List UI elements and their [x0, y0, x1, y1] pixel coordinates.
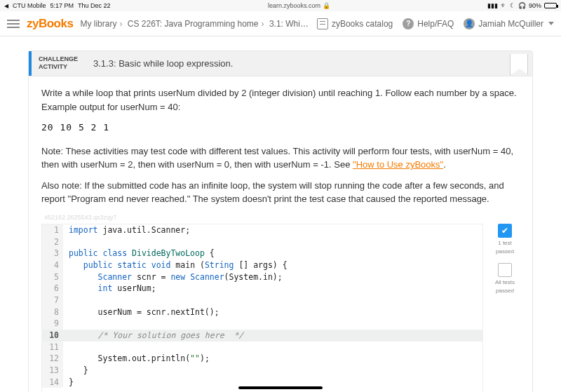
headphones-icon: 🎧 — [518, 2, 526, 9]
battery-icon — [544, 3, 557, 8]
lock-icon: 🔒 — [323, 2, 330, 9]
code-line[interactable]: 9 — [42, 318, 482, 330]
watermark: 452162.2625543.qx3zqy7 — [44, 213, 520, 223]
back-app-label[interactable]: CTU Mobile — [13, 2, 46, 9]
crumb-1[interactable]: CS 226T: Java Programming home — [128, 19, 259, 29]
code-content[interactable] — [63, 318, 482, 330]
test-status-sidebar: ✔ 1 test passed All tests passed — [490, 224, 520, 392]
catalog-icon — [317, 18, 328, 29]
code-line[interactable]: 2 — [42, 236, 482, 248]
code-content[interactable] — [63, 342, 482, 353]
code-line[interactable]: 4 public static void main (String [] arg… — [42, 259, 482, 271]
code-content[interactable]: Scanner scnr = new Scanner(System.in); — [63, 271, 482, 283]
line-number: 14 — [42, 377, 63, 388]
line-number: 5 — [42, 271, 63, 283]
code-line[interactable]: 5 Scanner scnr = new Scanner(System.in); — [42, 271, 482, 283]
activity-badge: CHALLENGE ACTIVITY — [29, 51, 85, 76]
code-line[interactable]: 1import java.util.Scanner; — [42, 224, 482, 236]
code-line[interactable]: 6 int userNum; — [42, 283, 482, 295]
line-number: 11 — [42, 342, 63, 353]
activity-card: CHALLENGE ACTIVITY 3.1.3: Basic while lo… — [28, 50, 533, 392]
help-icon: ? — [403, 18, 414, 29]
crumb-0[interactable]: My library — [80, 19, 116, 29]
code-content[interactable] — [63, 236, 482, 248]
note-2: Also note: If the submitted code has an … — [41, 179, 520, 206]
dnd-icon: ☾ — [510, 2, 515, 9]
line-number: 1 — [42, 224, 63, 236]
prompt-text: Write a while loop that prints userNum d… — [41, 86, 520, 114]
catalog-label: zyBooks catalog — [332, 19, 393, 29]
badge-line1: CHALLENGE — [39, 55, 78, 63]
bookmark-button[interactable] — [510, 54, 528, 75]
chevron-down-icon — [548, 22, 554, 25]
breadcrumb[interactable]: My library› CS 226T: Java Programming ho… — [80, 19, 309, 29]
line-number: 7 — [42, 295, 63, 306]
code-line[interactable]: 7 — [42, 295, 482, 306]
code-content[interactable]: } — [63, 365, 482, 377]
line-number: 12 — [42, 353, 63, 365]
code-line[interactable]: 8 userNum = scnr.nextInt(); — [42, 306, 482, 318]
line-number: 6 — [42, 283, 63, 295]
all-tests-passed-icon — [498, 263, 512, 277]
how-to-use-link[interactable]: "How to Use zyBooks" — [353, 159, 443, 170]
crumb-2[interactable]: 3.1: While loops — [269, 19, 310, 29]
code-line[interactable]: 10 /* Your solution goes here */ — [42, 330, 482, 342]
help-link[interactable]: ? Help/FAQ — [403, 18, 454, 29]
help-label: Help/FAQ — [417, 19, 454, 29]
code-content[interactable]: userNum = scnr.nextInt(); — [63, 306, 482, 318]
all-tests-passed-label: All tests passed — [490, 278, 520, 295]
line-number: 3 — [42, 248, 63, 259]
zybooks-logo[interactable]: zyBooks — [27, 17, 73, 31]
line-number: 10 — [42, 330, 63, 342]
code-line[interactable]: 11 — [42, 342, 482, 353]
line-number: 2 — [42, 236, 63, 248]
line-number: 13 — [42, 365, 63, 377]
status-date: Thu Dec 22 — [78, 2, 111, 9]
back-caret-icon: ◀ — [4, 3, 8, 9]
note-1: Note: These activities may test code wit… — [41, 144, 520, 172]
code-content[interactable]: public static void main (String [] args)… — [63, 259, 482, 271]
one-test-passed-icon: ✔ — [498, 224, 512, 238]
code-content[interactable]: import java.util.Scanner; — [63, 224, 482, 236]
code-content[interactable]: public class DivideByTwoLoop { — [63, 248, 482, 259]
battery-pct: 90% — [529, 2, 541, 9]
activity-title: 3.1.3: Basic while loop expression. — [85, 51, 510, 76]
avatar-icon: 👤 — [464, 18, 475, 29]
home-indicator[interactable] — [238, 386, 323, 389]
url-domain: learn.zybooks.com — [268, 2, 320, 9]
code-content[interactable] — [63, 295, 482, 306]
device-status-bar: ◀ CTU Mobile 5:17 PM Thu Dec 22 learn.zy… — [0, 0, 561, 11]
code-line[interactable]: 12 System.out.println(""); — [42, 353, 482, 365]
code-content[interactable]: System.out.println(""); — [63, 353, 482, 365]
user-name: Jamiah McQuiller — [478, 19, 543, 29]
code-content[interactable]: /* Your solution goes here */ — [63, 330, 482, 342]
line-number: 4 — [42, 259, 63, 271]
catalog-link[interactable]: zyBooks catalog — [317, 18, 393, 29]
signal-icon: ▮▮▮ — [487, 2, 498, 9]
user-menu[interactable]: 👤 Jamiah McQuiller — [464, 18, 554, 29]
status-time: 5:17 PM — [50, 2, 74, 9]
menu-button[interactable] — [7, 20, 20, 28]
badge-line2: ACTIVITY — [39, 63, 78, 71]
wifi-icon: ᯤ — [501, 2, 507, 9]
sample-output: 20 10 5 2 1 — [41, 121, 520, 135]
one-test-passed-label: 1 test passed — [490, 239, 520, 256]
line-number: 9 — [42, 318, 63, 330]
code-line[interactable]: 3public class DivideByTwoLoop { — [42, 248, 482, 259]
app-top-bar: zyBooks My library› CS 226T: Java Progra… — [0, 11, 561, 36]
line-number: 8 — [42, 306, 63, 318]
code-editor[interactable]: 1import java.util.Scanner;2 3public clas… — [41, 224, 483, 392]
code-line[interactable]: 13 } — [42, 365, 482, 377]
code-content[interactable]: int userNum; — [63, 283, 482, 295]
